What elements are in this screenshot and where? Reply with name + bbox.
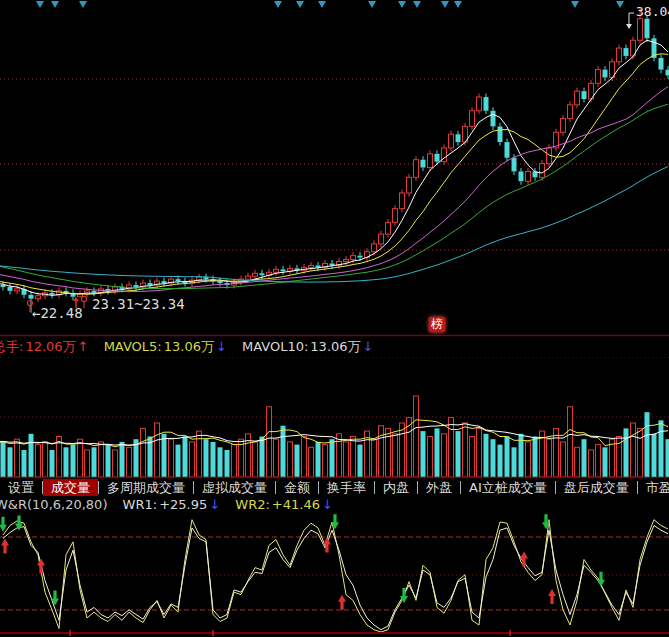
tab-8[interactable]: AI立桩成交量: [461, 479, 555, 496]
mavol5-value: 13.06万: [164, 339, 214, 354]
tab-selected-1[interactable]: 成交量: [43, 479, 98, 496]
gap-range-label: 23.31~23.34: [92, 296, 185, 312]
tab-2[interactable]: 多周期成交量: [99, 479, 193, 496]
mavol10-dir-arrow: ↓: [363, 339, 374, 354]
volume-info-line: 总手:12.06万↑ MAVOL5:13.06万↓ MAVOL10:13.06万…: [0, 338, 375, 356]
volume-pane[interactable]: [0, 357, 669, 477]
mavol10-label: MAVOL10:: [242, 339, 308, 354]
mavol5-label: MAVOL5:: [104, 339, 162, 354]
tab-6[interactable]: 内盘: [375, 479, 417, 496]
wr2-dir-arrow: ↓: [322, 497, 333, 512]
zongshou-label: 总手:: [0, 339, 23, 354]
tab-0[interactable]: 设置: [0, 479, 42, 496]
mavol5-dir-arrow: ↓: [216, 339, 227, 354]
wr1-value: +25.95: [159, 497, 207, 512]
tab-4[interactable]: 金额: [276, 479, 318, 496]
tab-3[interactable]: 虚拟成交量: [194, 479, 275, 496]
tab-5[interactable]: 换手率: [319, 479, 374, 496]
zongshou-value: 12.06万: [25, 339, 75, 354]
wr2-value: +41.46: [272, 497, 320, 512]
tab-9[interactable]: 盘后成交量: [556, 479, 637, 496]
wr-info-line: W&R(10,6,20,80) WR1:+25.95↓ WR2:+41.46↓: [0, 497, 335, 512]
rank-badge[interactable]: 榜: [429, 317, 445, 332]
zongshou-dir-arrow: ↑: [78, 339, 89, 354]
kline-pane[interactable]: [0, 0, 669, 336]
wr-formula-label: W&R(10,6,20,80): [0, 497, 107, 512]
mavol10-value: 13.06万: [310, 339, 360, 354]
wr1-label: WR1:: [123, 497, 158, 512]
stock-app-screen: ←22.48 23.31~23.34 38.04 榜 总手:12.06万↑ MA…: [0, 0, 669, 637]
tab-10[interactable]: 市盈率(ttm): [638, 479, 669, 496]
wr2-label: WR2:: [235, 497, 270, 512]
lowest-price-label: ←22.48: [32, 305, 83, 321]
wr1-dir-arrow: ↓: [209, 497, 220, 512]
wr-pane[interactable]: [0, 515, 669, 632]
tab-7[interactable]: 外盘: [418, 479, 460, 496]
indicator-tabbar: 设置成交量多周期成交量虚拟成交量金额换手率内盘外盘AI立桩成交量盘后成交量市盈率…: [0, 478, 669, 496]
highest-price-label: 38.04: [636, 4, 669, 19]
